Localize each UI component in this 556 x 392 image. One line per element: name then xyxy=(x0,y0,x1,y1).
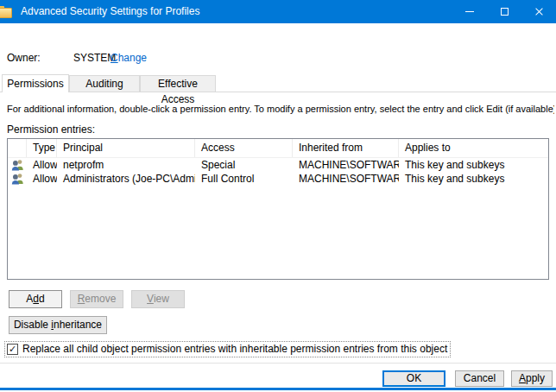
owner-label: Owner: xyxy=(7,52,41,64)
column-header-applies-to[interactable]: Applies to xyxy=(399,139,548,157)
cell-inherited-from: MACHINE\SOFTWARE... xyxy=(293,172,399,186)
disable-inheritance-button[interactable]: Disable inheritance xyxy=(9,316,107,334)
tab-effective-access[interactable]: Effective Access xyxy=(140,75,216,92)
close-button[interactable] xyxy=(521,0,556,23)
replace-permissions-checkbox-row[interactable]: ✓ Replace all child object permission en… xyxy=(4,341,451,357)
column-header-inherited-from[interactable]: Inherited from xyxy=(293,139,399,157)
users-icon xyxy=(8,173,27,185)
table-row[interactable]: Allow netprofm Special MACHINE\SOFTWARE.… xyxy=(8,158,548,172)
cell-principal: netprofm xyxy=(57,158,195,172)
cell-type: Allow xyxy=(27,172,57,186)
close-icon xyxy=(534,7,544,16)
cell-inherited-from: MACHINE\SOFTWARE... xyxy=(293,158,399,172)
remove-button[interactable]: Remove xyxy=(70,290,123,308)
owner-value: SYSTEM xyxy=(73,52,116,64)
replace-permissions-label: Replace all child object permission entr… xyxy=(22,343,447,355)
column-header-type[interactable]: Type xyxy=(27,139,57,157)
titlebar: Advanced Security Settings for Profiles xyxy=(0,0,556,23)
window-bottom-border xyxy=(0,388,556,390)
table-row[interactable]: Allow Administrators (Joe-PC\Admi... Ful… xyxy=(8,172,548,186)
apply-button[interactable]: Apply xyxy=(511,370,553,387)
column-header-access[interactable]: Access xyxy=(195,139,293,157)
window-title: Advanced Security Settings for Profiles xyxy=(21,0,199,23)
permission-entries-list: Type Principal Access Inherited from App… xyxy=(7,138,549,280)
change-owner-link[interactable]: Change xyxy=(111,52,147,64)
cell-type: Allow xyxy=(27,158,57,172)
cell-access: Special xyxy=(195,158,293,172)
add-button[interactable]: Add xyxy=(9,290,62,308)
cell-applies-to: This key and subkeys xyxy=(399,158,548,172)
footer-divider xyxy=(0,363,556,364)
maximize-icon xyxy=(501,8,509,16)
cell-applies-to: This key and subkeys xyxy=(399,172,548,186)
users-icon xyxy=(8,159,27,171)
folder-icon xyxy=(0,6,12,18)
checkbox-checked-icon[interactable]: ✓ xyxy=(7,344,18,355)
table-header: Type Principal Access Inherited from App… xyxy=(8,139,548,158)
folder-icon-body xyxy=(0,8,12,18)
info-text: For additional information, double-click… xyxy=(7,104,554,114)
maximize-button[interactable] xyxy=(487,0,521,23)
minimize-icon xyxy=(465,11,474,12)
cell-access: Full Control xyxy=(195,172,293,186)
tab-auditing[interactable]: Auditing xyxy=(69,75,140,92)
ok-button[interactable]: OK xyxy=(382,370,445,387)
minimize-button[interactable] xyxy=(452,0,487,23)
permission-entries-label: Permission entries: xyxy=(7,123,95,136)
column-header-principal[interactable]: Principal xyxy=(57,139,195,157)
cancel-button[interactable]: Cancel xyxy=(455,370,504,387)
window-controls xyxy=(452,0,556,23)
column-header-icon[interactable] xyxy=(8,139,27,157)
tab-permissions[interactable]: Permissions xyxy=(2,74,69,92)
advanced-security-settings-dialog: Advanced Security Settings for Profiles … xyxy=(0,0,556,392)
view-button[interactable]: View xyxy=(131,290,185,308)
cell-principal: Administrators (Joe-PC\Admi... xyxy=(57,172,195,186)
